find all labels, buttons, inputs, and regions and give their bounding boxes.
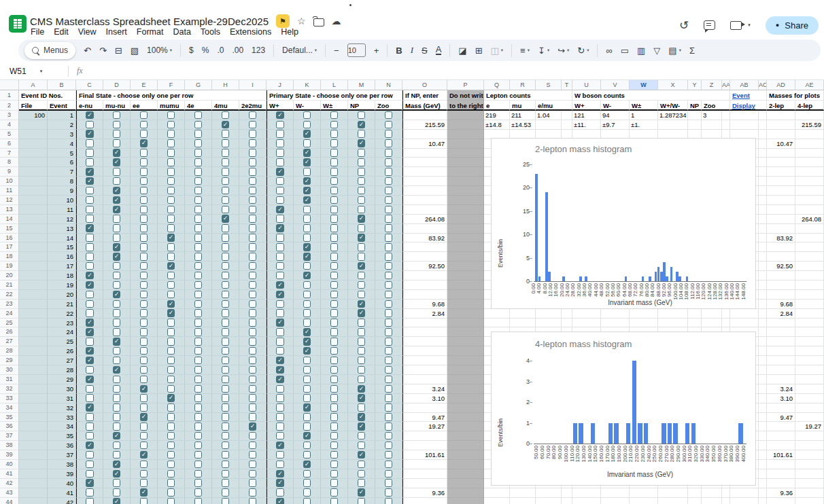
unchecked-checkbox[interactable] <box>222 262 230 270</box>
unchecked-checkbox[interactable] <box>303 366 311 374</box>
unchecked-checkbox[interactable] <box>249 357 257 365</box>
unchecked-checkbox[interactable] <box>140 234 148 242</box>
row-header-33[interactable]: 33 <box>0 394 19 403</box>
unchecked-checkbox[interactable] <box>86 422 94 431</box>
row-header-2[interactable]: 2 <box>0 101 19 111</box>
column-header-W[interactable]: W <box>630 80 658 90</box>
unchecked-checkbox[interactable] <box>140 196 148 204</box>
unchecked-checkbox[interactable] <box>276 385 284 393</box>
unchecked-checkbox[interactable] <box>194 357 203 365</box>
checked-checkbox[interactable] <box>167 309 175 317</box>
unchecked-checkbox[interactable] <box>167 461 175 469</box>
filter-views-button[interactable]: ▤▾ <box>668 46 681 56</box>
move-to-folder-icon[interactable] <box>313 18 324 26</box>
unchecked-checkbox[interactable] <box>249 385 257 393</box>
unchecked-checkbox[interactable] <box>113 376 121 384</box>
unchecked-checkbox[interactable] <box>194 385 203 393</box>
checked-checkbox[interactable] <box>113 149 121 157</box>
unchecked-checkbox[interactable] <box>330 272 339 280</box>
unchecked-checkbox[interactable] <box>167 432 175 440</box>
unchecked-checkbox[interactable] <box>249 262 257 270</box>
checked-checkbox[interactable] <box>113 291 121 299</box>
row-header-20[interactable]: 20 <box>0 271 19 281</box>
unchecked-checkbox[interactable] <box>140 149 148 157</box>
create-filter-button[interactable]: ▽ <box>653 46 660 56</box>
row-header-36[interactable]: 36 <box>0 422 19 431</box>
unchecked-checkbox[interactable] <box>86 187 94 195</box>
unchecked-checkbox[interactable] <box>140 272 148 280</box>
unchecked-checkbox[interactable] <box>385 206 393 214</box>
checked-checkbox[interactable] <box>276 291 284 299</box>
unchecked-checkbox[interactable] <box>385 309 393 317</box>
unchecked-checkbox[interactable] <box>249 139 257 147</box>
unchecked-checkbox[interactable] <box>113 451 121 459</box>
checked-checkbox[interactable] <box>358 488 366 497</box>
chart-2-lepton[interactable]: 2-lepton mass histogramEvents/bin0510152… <box>491 138 756 309</box>
unchecked-checkbox[interactable] <box>303 206 311 214</box>
unchecked-checkbox[interactable] <box>194 403 203 412</box>
unchecked-checkbox[interactable] <box>140 215 148 223</box>
unchecked-checkbox[interactable] <box>385 479 393 487</box>
column-header-Q[interactable]: Q <box>484 80 510 90</box>
column-header-E[interactable]: E <box>131 80 158 90</box>
unchecked-checkbox[interactable] <box>330 121 339 129</box>
checked-checkbox[interactable] <box>86 479 94 487</box>
unchecked-checkbox[interactable] <box>330 309 339 317</box>
checked-checkbox[interactable] <box>303 403 311 412</box>
unchecked-checkbox[interactable] <box>276 158 284 166</box>
unchecked-checkbox[interactable] <box>194 309 203 317</box>
unchecked-checkbox[interactable] <box>385 451 393 459</box>
unchecked-checkbox[interactable] <box>385 432 393 440</box>
unchecked-checkbox[interactable] <box>140 224 148 232</box>
unchecked-checkbox[interactable] <box>358 376 366 384</box>
unchecked-checkbox[interactable] <box>385 488 393 497</box>
unchecked-checkbox[interactable] <box>113 357 121 365</box>
unchecked-checkbox[interactable] <box>249 319 257 327</box>
select-all-corner[interactable] <box>0 80 19 90</box>
number-format-menu[interactable]: 123 <box>252 46 265 55</box>
checked-checkbox[interactable] <box>276 498 284 504</box>
checked-checkbox[interactable] <box>276 366 284 374</box>
unchecked-checkbox[interactable] <box>222 328 230 336</box>
unchecked-checkbox[interactable] <box>86 461 94 469</box>
checked-checkbox[interactable] <box>303 461 311 469</box>
unchecked-checkbox[interactable] <box>330 376 339 384</box>
chart-4-lepton[interactable]: 4-lepton mass histogramEvents/bin0123450… <box>491 331 756 486</box>
row-header-39[interactable]: 39 <box>0 450 19 460</box>
checked-checkbox[interactable] <box>276 168 284 176</box>
unchecked-checkbox[interactable] <box>385 394 393 402</box>
unchecked-checkbox[interactable] <box>303 111 311 120</box>
checked-checkbox[interactable] <box>358 234 366 242</box>
unchecked-checkbox[interactable] <box>167 187 175 195</box>
unchecked-checkbox[interactable] <box>167 413 175 421</box>
checked-checkbox[interactable] <box>86 403 94 412</box>
unchecked-checkbox[interactable] <box>249 272 257 280</box>
unchecked-checkbox[interactable] <box>222 385 230 393</box>
unchecked-checkbox[interactable] <box>303 309 311 317</box>
unchecked-checkbox[interactable] <box>113 177 121 185</box>
unchecked-checkbox[interactable] <box>140 121 148 129</box>
unchecked-checkbox[interactable] <box>330 357 339 365</box>
unchecked-checkbox[interactable] <box>330 177 339 185</box>
unchecked-checkbox[interactable] <box>276 300 284 308</box>
unchecked-checkbox[interactable] <box>113 328 121 336</box>
unchecked-checkbox[interactable] <box>385 291 393 299</box>
unchecked-checkbox[interactable] <box>167 111 175 120</box>
row-header-1[interactable]: 1 <box>0 90 19 101</box>
unchecked-checkbox[interactable] <box>86 262 94 270</box>
unchecked-checkbox[interactable] <box>194 262 203 270</box>
unchecked-checkbox[interactable] <box>140 130 148 138</box>
unchecked-checkbox[interactable] <box>330 338 339 346</box>
unchecked-checkbox[interactable] <box>86 149 94 157</box>
text-rotation-button[interactable]: ↻▾ <box>577 46 589 56</box>
unchecked-checkbox[interactable] <box>140 432 148 440</box>
unchecked-checkbox[interactable] <box>167 149 175 157</box>
font-family-select[interactable]: Defaul...▾ <box>282 46 317 55</box>
checked-checkbox[interactable] <box>358 139 366 147</box>
unchecked-checkbox[interactable] <box>140 403 148 412</box>
column-header-AD[interactable]: AD <box>767 80 795 90</box>
unchecked-checkbox[interactable] <box>167 338 175 346</box>
vertical-align-button[interactable]: ↧▾ <box>538 46 549 56</box>
unchecked-checkbox[interactable] <box>330 130 339 138</box>
unchecked-checkbox[interactable] <box>330 262 339 270</box>
